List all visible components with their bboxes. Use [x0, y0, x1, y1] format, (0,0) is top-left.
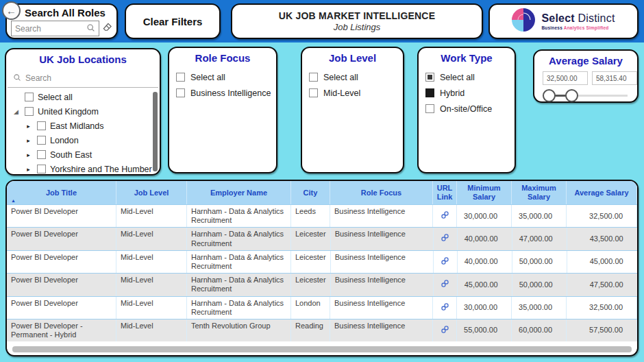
slicer-option[interactable]: Mid-Level [302, 85, 403, 101]
slicer-option[interactable]: Select all [419, 69, 515, 85]
slicer-option[interactable]: Select all [302, 69, 403, 85]
slicer-option-label: Hybrid [440, 88, 465, 98]
clear-filters-button[interactable]: Clear Filters [125, 3, 221, 39]
search-icon [13, 72, 21, 84]
slicer-option[interactable]: Business Intelligence [169, 85, 276, 101]
cell-min-salary: 45,000.00 [458, 274, 512, 295]
cell-role-focus: Business Intelligence [330, 319, 433, 341]
tree-item[interactable]: ▸South East [6, 147, 160, 162]
report-canvas: ← Search All Roles Search Clear Filters … [0, 0, 644, 362]
column-header-job-title[interactable]: Job Title▲ [7, 181, 116, 204]
role-focus-slicer-card: Role Focus Select allBusiness Intelligen… [168, 47, 277, 173]
checkbox-unchecked[interactable] [37, 136, 46, 145]
tree-item-label: Select all [38, 93, 73, 102]
cell-job-title: Power BI Developer [7, 297, 116, 319]
url-link-icon[interactable] [441, 279, 449, 290]
cell-min-salary: 30,000.00 [457, 297, 512, 319]
url-link-cell[interactable] [434, 228, 458, 250]
search-input[interactable]: Search [11, 21, 99, 36]
tree-item[interactable]: ▸London [6, 133, 160, 147]
slicer-option[interactable]: On-site/Office [419, 101, 515, 117]
cell-min-salary: 30,000.00 [457, 205, 512, 227]
checkbox-unchecked[interactable] [309, 88, 318, 97]
slicer-option-label: Select all [323, 73, 358, 82]
tree-collapsed-icon[interactable]: ▸ [24, 123, 33, 130]
column-header-maximum-salary[interactable]: Maximum Salary [512, 181, 567, 204]
column-header-minimum-salary[interactable]: Minimum Salary [457, 181, 512, 204]
cell-employer: Harnham - Data & Analytics Recruitment [187, 297, 291, 319]
cell-job-level: Mid-Level [116, 319, 187, 341]
slicer-option[interactable]: Hybrid [419, 85, 515, 101]
checkbox-unchecked[interactable] [37, 121, 46, 130]
url-link-cell[interactable] [434, 251, 458, 273]
tree-item[interactable]: ▸East Midlands [6, 119, 160, 133]
column-header-url-link[interactable]: URL Link [433, 181, 457, 204]
locations-tree: Select all◢United Kingdom▸East Midlands▸… [6, 90, 160, 176]
url-link-icon[interactable] [441, 256, 449, 267]
cell-city: Leicester [291, 228, 331, 250]
tree-item[interactable]: ▸Yorkshire and The Humber [6, 162, 160, 176]
checkbox-unchecked[interactable] [176, 73, 185, 82]
cell-employer: Harnham - Data & Analytics Recruitment [187, 274, 291, 295]
cell-role-focus: Business Intelligence [331, 228, 434, 250]
url-link-icon[interactable] [441, 210, 449, 221]
url-link-icon[interactable] [441, 233, 449, 244]
locations-slicer-card: UK Job Locations Search Select all◢Unite… [5, 48, 161, 176]
cell-max-salary: 47,000.00 [512, 228, 567, 250]
cell-city: Leeds [291, 205, 330, 227]
url-link-cell[interactable] [434, 274, 458, 295]
locations-search-input[interactable]: Search [8, 72, 158, 88]
average-salary-slicer-card: Average Salary 32,500.00 58,315.40 [533, 49, 639, 103]
work-type-list: Select allHybridOn-site/Office [419, 69, 515, 117]
checkbox-unchecked[interactable] [309, 73, 318, 82]
tree-collapsed-icon[interactable]: ▸ [24, 137, 33, 144]
slider-handle-min[interactable] [543, 89, 556, 102]
cell-avg-salary: 57,500.00 [567, 319, 637, 341]
checkbox-unchecked[interactable] [176, 88, 185, 97]
checkbox-unchecked[interactable] [37, 150, 46, 159]
clear-filters-label: Clear Filters [143, 16, 203, 27]
salary-max-input[interactable]: 58,315.40 [592, 71, 637, 85]
column-header-city[interactable]: City [291, 181, 330, 204]
column-header-employer-name[interactable]: Employer Name [187, 181, 291, 204]
checkbox-indeterminate[interactable] [425, 73, 434, 82]
checkbox-unchecked[interactable] [25, 107, 34, 116]
role-focus-slicer-title: Role Focus [169, 52, 276, 64]
cell-employer: Harnham - Data & Analytics Recruitment [187, 251, 291, 273]
tree-expanded-icon[interactable]: ◢ [12, 108, 21, 115]
job-listings-table: Job Title▲Job LevelEmployer NameCityRole… [7, 181, 637, 341]
url-link-cell[interactable] [433, 319, 457, 341]
report-title: UK JOB MARKET INTELLIGENCE [279, 10, 435, 21]
column-header-job-level[interactable]: Job Level [116, 181, 187, 204]
job-level-slicer-card: Job Level Select allMid-Level [301, 47, 404, 173]
checkbox-unchecked[interactable] [25, 93, 34, 101]
checkbox-unchecked[interactable] [37, 165, 46, 173]
table-horizontal-scrollbar[interactable] [12, 346, 632, 352]
salary-min-input[interactable]: 32,500.00 [543, 71, 588, 85]
url-link-cell[interactable] [433, 297, 457, 319]
tree-collapsed-icon[interactable]: ▸ [24, 166, 33, 173]
url-link-icon[interactable] [441, 325, 449, 336]
url-link-icon[interactable] [441, 302, 449, 313]
checkbox-unchecked[interactable] [425, 104, 434, 113]
locations-scrollbar[interactable] [153, 92, 158, 171]
role-focus-list: Select allBusiness Intelligence [169, 69, 276, 101]
table-row: Power BI DeveloperMid-LevelHarnham - Dat… [7, 250, 637, 273]
tree-item[interactable]: Select all [6, 90, 160, 104]
back-button[interactable]: ← [2, 1, 21, 20]
table-header-row: Job Title▲Job LevelEmployer NameCityRole… [7, 181, 637, 204]
checkbox-checked[interactable] [425, 88, 434, 97]
report-subtitle: Job Listings [334, 22, 381, 32]
tree-item-label: London [50, 136, 79, 145]
slicer-option[interactable]: Select all [169, 69, 276, 85]
eraser-icon[interactable] [102, 22, 112, 35]
slicer-option-label: Business Intelligence [190, 88, 271, 98]
slider-handle-max[interactable] [565, 89, 578, 102]
tree-collapsed-icon[interactable]: ▸ [24, 152, 33, 158]
column-header-role-focus[interactable]: Role Focus [330, 181, 433, 204]
cell-max-salary: 50,000.00 [512, 274, 567, 295]
column-header-average-salary[interactable]: Average Salary [567, 181, 637, 204]
url-link-cell[interactable] [433, 205, 457, 227]
tree-item[interactable]: ◢United Kingdom [6, 104, 160, 119]
cell-avg-salary: 43,500.00 [567, 228, 638, 250]
